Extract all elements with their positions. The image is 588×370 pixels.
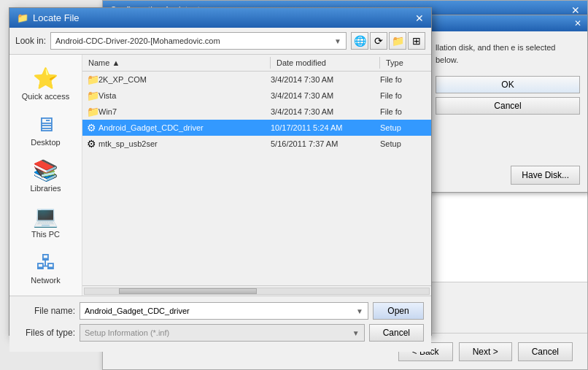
filelist-rows: 📁 2K_XP_COM 3/4/2014 7:30 AM File fo 📁 V… — [82, 72, 431, 285]
filetype-value: Setup Information (*.inf) — [85, 328, 169, 337]
file-name: Vista — [98, 91, 271, 100]
lookin-dropdown[interactable]: Android-CDC-Driver-2020-[Mohamedovic.com… — [50, 32, 347, 50]
filename-value: Android_Gadget_CDC_driver — [85, 307, 190, 315]
filetype-row: Files of type: Setup Information (*.inf)… — [17, 324, 424, 342]
file-type: Setup — [380, 123, 431, 132]
network-icon: 🖧 — [36, 250, 56, 274]
sidebar-item-thispc[interactable]: 💻 This PC — [13, 200, 79, 243]
file-date: 3/4/2014 7:30 AM — [271, 91, 380, 100]
right-dialog-content: llation disk, and then e is selected bel… — [428, 31, 587, 122]
locate-toolbar: Look in: Android-CDC-Driver-2020-[Mohame… — [9, 28, 431, 55]
file-type: File fo — [380, 91, 431, 100]
locate-main: ⭐ Quick access 🖥 Desktop 📚 Libraries 💻 T… — [9, 55, 431, 296]
back-icon: 🌐 — [354, 35, 366, 47]
right-dialog-titlebar: ✕ — [428, 15, 587, 31]
toolbar-icons: 🌐 ⟳ 📁 ⊞ — [351, 32, 425, 50]
col-name[interactable]: Name ▲ — [82, 57, 271, 69]
table-row[interactable]: 📁 Vista 3/4/2014 7:30 AM File fo — [82, 88, 431, 104]
table-row[interactable]: 📁 Win7 3/4/2014 7:30 AM File fo — [82, 104, 431, 120]
table-row[interactable]: 📁 2K_XP_COM 3/4/2014 7:30 AM File fo — [82, 72, 431, 88]
wizard-close-button[interactable]: ✕ — [571, 5, 580, 15]
lookin-label: Look in: — [15, 36, 46, 46]
toolbar-view-button[interactable]: ⊞ — [408, 32, 425, 50]
quickaccess-label: Quick access — [22, 92, 69, 101]
wizard-next-button[interactable]: Next > — [459, 342, 512, 361]
desktop-label: Desktop — [31, 138, 60, 147]
file-type: File fo — [380, 75, 431, 84]
col-type-label: Type — [386, 58, 403, 67]
sidebar-item-desktop[interactable]: 🖥 Desktop — [13, 108, 79, 151]
filename-input[interactable]: Android_Gadget_CDC_driver ▼ — [80, 302, 368, 320]
right-dialog-text: llation disk, and then e is selected bel… — [436, 42, 580, 66]
open-button[interactable]: Open — [373, 302, 424, 320]
horizontal-scrollbar[interactable] — [82, 285, 431, 296]
right-dialog: ✕ llation disk, and then e is selected b… — [428, 15, 588, 193]
file-icon: 📁 — [82, 90, 98, 101]
thispc-icon: 💻 — [33, 204, 58, 228]
filename-label: File name: — [17, 306, 75, 316]
col-date-label: Date modified — [276, 58, 326, 67]
locate-sidebar: ⭐ Quick access 🖥 Desktop 📚 Libraries 💻 T… — [9, 55, 82, 296]
file-date: 5/16/2011 7:37 AM — [271, 139, 380, 148]
col-name-label: Name — [88, 58, 109, 67]
have-disk-area: Have Disk... — [428, 122, 587, 192]
network-label: Network — [31, 276, 60, 285]
scrollbar-thumb — [119, 288, 257, 294]
right-dialog-ok-button[interactable]: OK — [436, 76, 580, 93]
quickaccess-icon: ⭐ — [33, 66, 58, 90]
lookin-path: Android-CDC-Driver-2020-[Mohamedovic.com — [55, 36, 220, 45]
file-date: 3/4/2014 7:30 AM — [271, 75, 380, 84]
refresh-icon: ⟳ — [374, 35, 383, 47]
file-date: 3/4/2014 7:30 AM — [271, 107, 380, 116]
right-dialog-buttons: OK Cancel — [436, 76, 580, 115]
scrollbar-track — [84, 288, 430, 295]
file-name: mtk_sp_usb2ser — [98, 139, 271, 148]
desktop-icon: 🖥 — [36, 112, 56, 136]
right-dialog-cancel-button[interactable]: Cancel — [436, 97, 580, 115]
file-type: Setup — [380, 139, 431, 148]
locate-title-icon: 📁 — [17, 12, 28, 23]
file-icon: ⚙ — [82, 138, 98, 150]
file-name: Win7 — [98, 107, 271, 116]
sidebar-item-network[interactable]: 🖧 Network — [13, 246, 79, 289]
col-type[interactable]: Type — [380, 57, 431, 69]
toolbar-newfolder-button[interactable]: 📁 — [389, 32, 406, 50]
sort-icon: ▲ — [112, 58, 120, 67]
col-date[interactable]: Date modified — [271, 57, 380, 69]
locate-footer: File name: Android_Gadget_CDC_driver ▼ O… — [9, 296, 431, 352]
filename-row: File name: Android_Gadget_CDC_driver ▼ O… — [17, 302, 424, 320]
filelist-header: Name ▲ Date modified Type — [82, 55, 431, 72]
locate-filelist: Name ▲ Date modified Type 📁 2K_XP_COM 3/… — [82, 55, 431, 296]
file-icon: 📁 — [82, 106, 98, 117]
file-date: 10/17/2011 5:24 AM — [271, 123, 380, 132]
toolbar-refresh-button[interactable]: ⟳ — [370, 32, 387, 50]
sidebar-item-libraries[interactable]: 📚 Libraries — [13, 154, 79, 197]
file-name: 2K_XP_COM — [98, 75, 271, 84]
locate-titlebar: 📁 Locate File ✕ — [9, 8, 431, 28]
have-disk-button[interactable]: Have Disk... — [511, 166, 580, 185]
libraries-icon: 📚 — [33, 158, 58, 182]
right-dialog-close-button[interactable]: ✕ — [574, 18, 581, 28]
filetype-label: Files of type: — [17, 328, 75, 338]
toolbar-back-button[interactable]: 🌐 — [351, 32, 368, 50]
locate-close-button[interactable]: ✕ — [415, 13, 424, 23]
file-icon: 📁 — [82, 74, 98, 85]
locate-title: Locate File — [33, 12, 411, 23]
filename-arrow-icon: ▼ — [356, 307, 363, 315]
wizard-cancel-button[interactable]: Cancel — [518, 342, 573, 361]
newfolder-icon: 📁 — [392, 35, 404, 47]
file-type: File fo — [380, 107, 431, 116]
lookin-arrow-icon: ▼ — [334, 37, 341, 45]
table-row[interactable]: ⚙ Android_Gadget_CDC_driver 10/17/2011 5… — [82, 120, 431, 136]
filetype-select[interactable]: Setup Information (*.inf) ▼ — [80, 324, 365, 342]
table-row[interactable]: ⚙ mtk_sp_usb2ser 5/16/2011 7:37 AM Setup — [82, 136, 431, 152]
thispc-label: This PC — [31, 230, 60, 239]
locate-file-dialog: 📁 Locate File ✕ Look in: Android-CDC-Dri… — [9, 7, 432, 336]
filetype-arrow-icon: ▼ — [352, 329, 360, 337]
file-icon: ⚙ — [82, 122, 98, 134]
cancel-button[interactable]: Cancel — [369, 324, 424, 342]
file-name: Android_Gadget_CDC_driver — [98, 123, 271, 132]
sidebar-item-quickaccess[interactable]: ⭐ Quick access — [13, 62, 79, 105]
libraries-label: Libraries — [30, 184, 61, 193]
view-icon: ⊞ — [412, 35, 421, 47]
